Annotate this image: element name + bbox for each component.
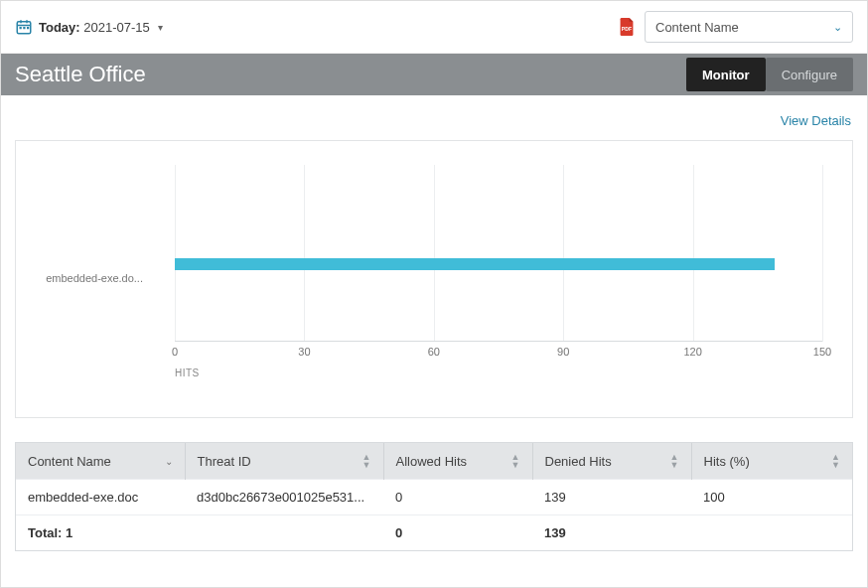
chart-tick: 0 [172,346,178,358]
cell-denied-hits: 139 [532,480,691,515]
pdf-export-button[interactable]: PDF [619,18,635,36]
date-label: Today: 2021-07-15 [39,20,150,35]
chart-x-axis-label: HITS [175,368,832,378]
cell-hits-pct: 100 [691,480,852,515]
chart-tick: 30 [298,346,310,358]
chevron-down-icon: ⌄ [165,456,173,467]
col-hits-pct[interactable]: Hits (%) ▲▼ [691,443,852,480]
chevron-down-icon: ▾ [158,22,163,33]
chart-tick: 90 [557,346,569,358]
sort-icon: ▲▼ [511,453,520,469]
hits-chart: embedded-exe.do... 0306090120150 HITS [15,140,853,418]
data-table: Content Name ⌄ Threat ID ▲▼ [15,442,853,551]
cell-total-allowed: 0 [383,515,532,551]
col-allowed-hits[interactable]: Allowed Hits ▲▼ [383,443,532,480]
col-threat-id[interactable]: Threat ID ▲▼ [185,443,383,480]
cell-content-name: embedded-exe.doc [16,480,185,515]
chart-tick: 60 [428,346,440,358]
svg-rect-4 [20,27,22,29]
svg-text:PDF: PDF [622,26,632,32]
cell-total-denied: 139 [532,515,691,551]
view-details-link[interactable]: View Details [781,113,851,128]
selector-value: Content Name [655,20,833,35]
svg-rect-6 [27,27,29,29]
date-picker[interactable]: Today: 2021-07-15 ▾ [15,18,163,36]
cell-threat-id: d3d0bc26673e001025e531... [185,480,383,515]
chart-bar [175,258,775,270]
view-tabs: Monitor Configure [686,58,853,91]
calendar-icon [15,18,33,36]
svg-rect-5 [23,27,25,29]
cell-allowed-hits: 0 [383,480,532,515]
col-content-name[interactable]: Content Name ⌄ [16,443,185,480]
sort-icon: ▲▼ [362,453,371,469]
sort-icon: ▲▼ [670,453,679,469]
tab-monitor[interactable]: Monitor [686,58,766,91]
chart-category-label: embedded-exe.do... [16,272,155,284]
cell-total-label: Total: 1 [16,515,185,551]
sort-icon: ▲▼ [831,453,840,469]
col-denied-hits[interactable]: Denied Hits ▲▼ [532,443,691,480]
chart-tick: 150 [813,346,831,358]
table-total-row: Total: 1 0 139 [16,515,852,551]
table-row[interactable]: embedded-exe.doc d3d0bc26673e001025e531.… [16,480,852,515]
page-title: Seattle Office [15,62,146,87]
content-name-selector[interactable]: Content Name ⌄ [645,11,853,43]
chart-tick: 120 [683,346,701,358]
tab-configure[interactable]: Configure [766,58,853,91]
chevron-down-icon: ⌄ [833,21,842,34]
